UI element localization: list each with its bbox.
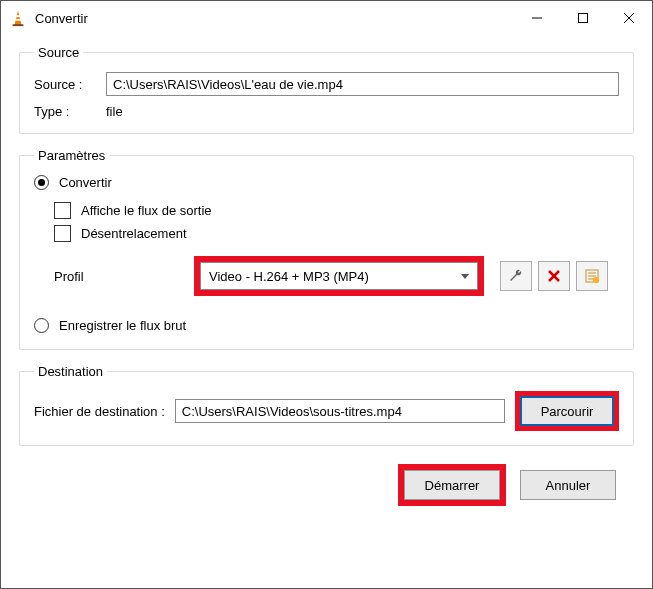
wrench-icon bbox=[508, 268, 524, 284]
params-group: Paramètres Convertir Affiche le flux de … bbox=[19, 148, 634, 350]
start-button[interactable]: Démarrer bbox=[404, 470, 500, 500]
svg-marker-0 bbox=[14, 11, 21, 25]
type-label: Type : bbox=[34, 104, 106, 119]
svg-point-14 bbox=[593, 277, 599, 283]
deinterlace-checkbox[interactable]: Désentrelacement bbox=[54, 225, 619, 242]
footer: Démarrer Annuler bbox=[19, 460, 634, 506]
destination-input[interactable] bbox=[175, 399, 505, 423]
profile-combobox[interactable]: Video - H.264 + MP3 (MP4) bbox=[200, 262, 478, 290]
radio-checked-icon bbox=[34, 175, 49, 190]
cancel-label: Annuler bbox=[546, 478, 591, 493]
type-value: file bbox=[106, 104, 123, 119]
raw-radio-row[interactable]: Enregistrer le flux brut bbox=[34, 318, 619, 333]
destination-label: Fichier de destination : bbox=[34, 404, 165, 419]
close-button[interactable] bbox=[606, 1, 652, 35]
browse-label: Parcourir bbox=[541, 404, 594, 419]
profile-highlight: Video - H.264 + MP3 (MP4) bbox=[194, 256, 484, 296]
show-output-checkbox[interactable]: Affiche le flux de sortie bbox=[54, 202, 619, 219]
svg-rect-5 bbox=[579, 14, 588, 23]
source-label: Source : bbox=[34, 77, 106, 92]
cancel-button[interactable]: Annuler bbox=[520, 470, 616, 500]
deinterlace-label: Désentrelacement bbox=[81, 226, 187, 241]
delete-profile-button[interactable] bbox=[538, 261, 570, 291]
checkbox-unchecked-icon bbox=[54, 225, 71, 242]
convert-radio-row[interactable]: Convertir bbox=[34, 175, 619, 190]
chevron-down-icon bbox=[461, 274, 469, 279]
profile-label: Profil bbox=[54, 269, 194, 284]
svg-rect-2 bbox=[15, 19, 21, 21]
browse-highlight: Parcourir bbox=[515, 391, 619, 431]
convert-radio-label: Convertir bbox=[59, 175, 112, 190]
show-output-label: Affiche le flux de sortie bbox=[81, 203, 212, 218]
edit-profile-button[interactable] bbox=[500, 261, 532, 291]
source-legend: Source bbox=[34, 45, 83, 60]
maximize-button[interactable] bbox=[560, 1, 606, 35]
params-legend: Paramètres bbox=[34, 148, 109, 163]
source-group: Source Source : Type : file bbox=[19, 45, 634, 134]
profile-value: Video - H.264 + MP3 (MP4) bbox=[209, 269, 369, 284]
dialog-body: Source Source : Type : file Paramètres C… bbox=[1, 35, 652, 588]
svg-rect-3 bbox=[13, 24, 24, 26]
vlc-cone-icon bbox=[9, 9, 27, 27]
start-highlight: Démarrer bbox=[398, 464, 506, 506]
svg-rect-1 bbox=[16, 15, 21, 17]
delete-icon bbox=[547, 269, 561, 283]
dialog-window: Convertir Source Source : Type : file Pa… bbox=[0, 0, 653, 589]
window-title: Convertir bbox=[35, 11, 88, 26]
source-input[interactable] bbox=[106, 72, 619, 96]
new-profile-button[interactable] bbox=[576, 261, 608, 291]
radio-unchecked-icon bbox=[34, 318, 49, 333]
destination-legend: Destination bbox=[34, 364, 107, 379]
minimize-button[interactable] bbox=[514, 1, 560, 35]
start-label: Démarrer bbox=[425, 478, 480, 493]
titlebar: Convertir bbox=[1, 1, 652, 35]
new-profile-icon bbox=[584, 268, 600, 284]
raw-radio-label: Enregistrer le flux brut bbox=[59, 318, 186, 333]
browse-button[interactable]: Parcourir bbox=[520, 396, 614, 426]
destination-group: Destination Fichier de destination : Par… bbox=[19, 364, 634, 446]
checkbox-unchecked-icon bbox=[54, 202, 71, 219]
